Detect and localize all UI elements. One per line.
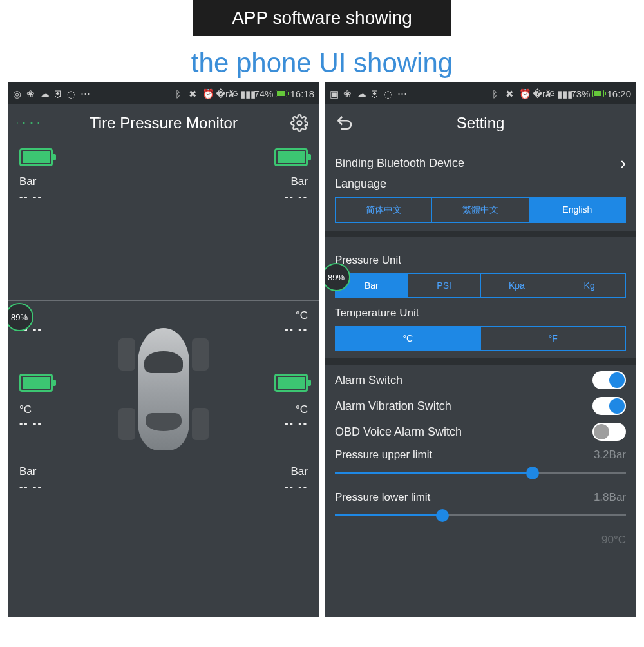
upper-limit-slider[interactable] <box>335 464 626 482</box>
pressure-value: -- -- <box>19 191 152 202</box>
gallery-icon: ▣ <box>330 88 341 99</box>
pressure-unit-label: Pressure Unit <box>335 254 626 267</box>
language-label: Language <box>335 177 626 191</box>
lower-limit-value: 1.8Bar <box>594 491 626 504</box>
cloud-icon: ☁ <box>357 88 368 99</box>
temp-upper-value: 90°C <box>601 534 626 546</box>
signal-icon: ▮▮▮ <box>240 88 251 99</box>
battery-icon <box>276 90 287 97</box>
alarm-switch-toggle[interactable] <box>592 371 626 389</box>
wechat-icon: ❀ <box>343 88 354 99</box>
network-type: 2G <box>229 90 238 97</box>
vibration-switch-label: Alarm Vibration Switch <box>335 400 451 413</box>
banner-blue: the phone UI showing <box>0 36 644 82</box>
vibration-switch-toggle[interactable] <box>592 397 626 415</box>
battery-icon <box>19 374 53 392</box>
pressure-value: -- -- <box>19 481 152 492</box>
status-bar-left: ◎ ❀ ☁ ⛨ ◌ ⋯ ᛒ ✖ ⏰ �ră 2G ▮▮▮ 74% 16:18 <box>8 82 319 104</box>
banner-dark: APP software showing <box>193 0 451 36</box>
browser-icon: ◎ <box>13 88 24 99</box>
battery-icon <box>274 148 308 166</box>
loading-icon: ◌ <box>384 88 395 99</box>
bind-bluetooth-row[interactable]: Binding Bluetooth Device › <box>335 150 626 177</box>
clock: 16:20 <box>607 88 631 99</box>
signal-icon: ▮▮▮ <box>557 88 568 99</box>
temp-unit: °C <box>19 309 152 322</box>
wifi-icon: �ră <box>533 88 544 99</box>
pressure-unit: Bar <box>175 175 308 188</box>
battery-icon <box>19 148 53 166</box>
page-title: Tire Pressure Monitor <box>90 114 238 132</box>
alarm-switch-label: Alarm Switch <box>335 374 402 387</box>
pressure-value: -- -- <box>175 481 308 492</box>
more-icon: ⋯ <box>80 88 90 99</box>
upper-limit-label: Pressure upper limit <box>335 449 432 461</box>
tire-front-right: Bar -- -- <box>164 142 319 300</box>
page-title: Setting <box>457 114 505 132</box>
back-icon[interactable] <box>334 112 355 134</box>
wechat-icon: ❀ <box>26 88 37 99</box>
tire-grid: 89% Bar -- -- Bar -- -- °C -- -- °C -- -… <box>8 142 319 617</box>
temp-unit-label: Temperature Unit <box>335 307 626 320</box>
bluetooth-icon: ᛒ <box>175 88 186 99</box>
lang-opt-0[interactable]: 简体中文 <box>336 198 432 222</box>
punit-opt-1[interactable]: PSI <box>408 274 481 297</box>
wifi-icon: �ră <box>216 88 227 99</box>
pressure-unit-selector: Bar PSI Kpa Kg <box>335 273 626 298</box>
pressure-value: -- -- <box>175 191 308 202</box>
menu-icon[interactable] <box>17 112 39 134</box>
temp-unit-selector: °C °F <box>335 326 626 351</box>
battery-icon <box>592 90 604 97</box>
cloud-icon: ☁ <box>40 88 51 99</box>
screen-monitor: ◎ ❀ ☁ ⛨ ◌ ⋯ ᛒ ✖ ⏰ �ră 2G ▮▮▮ 74% 16:18 T… <box>8 82 319 617</box>
pressure-unit: Bar <box>19 175 152 188</box>
svg-point-0 <box>298 121 302 126</box>
screen-settings: ▣ ❀ ☁ ⛨ ◌ ⋯ ᛒ ✖ ⏰ �ră 2G ▮▮▮ 73% 16:20 <box>325 82 636 617</box>
chevron-right-icon: › <box>620 153 626 173</box>
lang-opt-2[interactable]: English <box>529 198 625 222</box>
upper-limit-value: 3.2Bar <box>594 449 626 461</box>
silent-icon: ✖ <box>189 88 200 99</box>
obd-switch-label: OBD Voice Alarm Switch <box>335 425 462 439</box>
bind-bluetooth-label: Binding Bluetooth Device <box>335 157 464 170</box>
more-icon: ⋯ <box>397 88 407 99</box>
status-bar-right: ▣ ❀ ☁ ⛨ ◌ ⋯ ᛒ ✖ ⏰ �ră 2G ▮▮▮ 73% 16:20 <box>325 82 636 104</box>
tire-rear-left: Bar -- -- <box>8 459 164 617</box>
battery-pct: 74% <box>254 88 273 99</box>
pressure-unit: Bar <box>19 465 152 478</box>
alarm-icon: ⏰ <box>519 88 530 99</box>
bluetooth-icon: ᛒ <box>492 88 503 99</box>
tire-rear-right: Bar -- -- <box>164 459 319 617</box>
language-selector: 简体中文 繁體中文 English <box>335 197 626 223</box>
lang-opt-1[interactable]: 繁體中文 <box>432 198 529 222</box>
battery-icon <box>274 374 308 392</box>
lower-limit-label: Pressure lower limit <box>335 491 430 504</box>
car-icon <box>122 328 205 450</box>
obd-switch-toggle[interactable] <box>592 423 626 441</box>
network-type: 2G <box>546 90 554 97</box>
temp-unit: °C <box>175 309 308 322</box>
gear-icon[interactable] <box>289 112 310 134</box>
tire-front-left: Bar -- -- <box>8 142 164 300</box>
punit-opt-2[interactable]: Kpa <box>481 274 554 297</box>
pressure-unit: Bar <box>175 465 308 478</box>
loading-icon: ◌ <box>67 88 78 99</box>
shield-icon: ⛨ <box>53 88 64 99</box>
silent-icon: ✖ <box>506 88 516 99</box>
lower-limit-slider[interactable] <box>335 507 626 525</box>
battery-pct: 73% <box>571 88 590 99</box>
clock: 16:18 <box>290 88 314 99</box>
tunit-opt-0[interactable]: °C <box>336 327 481 350</box>
tunit-opt-1[interactable]: °F <box>481 327 626 350</box>
shield-icon: ⛨ <box>370 88 381 99</box>
punit-opt-3[interactable]: Kg <box>553 274 625 297</box>
alarm-icon: ⏰ <box>202 88 213 99</box>
